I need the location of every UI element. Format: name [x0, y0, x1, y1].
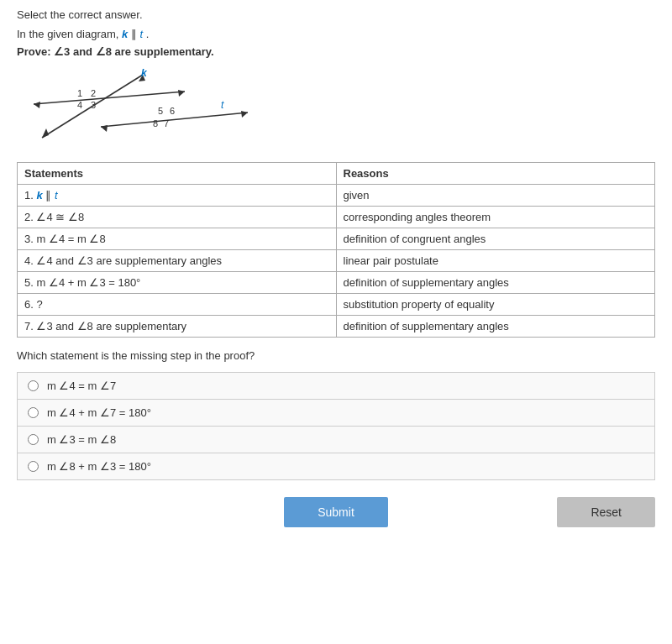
reason-2: corresponding angles theorem [336, 207, 655, 228]
svg-text:5: 5 [158, 106, 163, 116]
stmt-4: 4. ∠4 and ∠3 are supplementary angles [18, 250, 337, 272]
statements-header: Statements [18, 163, 337, 185]
stmt-3: 3. m ∠4 = m ∠8 [18, 228, 337, 250]
svg-marker-4 [34, 102, 40, 108]
svg-text:k: k [141, 67, 148, 79]
reset-button[interactable]: Reset [557, 497, 655, 527]
answer-text-a: m ∠4 = m ∠7 [47, 380, 116, 392]
answer-option-a[interactable]: m ∠4 = m ∠7 [17, 372, 655, 399]
svg-text:3: 3 [91, 100, 96, 110]
proof-table: Statements Reasons 1. k ∥ t given 2. ∠4 … [17, 162, 655, 338]
reasons-header: Reasons [336, 163, 655, 185]
given-text-intro: In the given diagram, [17, 28, 122, 40]
radio-a[interactable] [28, 380, 39, 391]
table-row: 4. ∠4 and ∠3 are supplementary angles li… [18, 250, 655, 272]
stmt-2: 2. ∠4 ≅ ∠8 [18, 207, 337, 228]
svg-text:4: 4 [77, 100, 82, 110]
table-row: 3. m ∠4 = m ∠8 definition of congruent a… [18, 228, 655, 250]
svg-text:1: 1 [77, 88, 82, 98]
answer-option-c[interactable]: m ∠3 = m ∠8 [17, 426, 655, 453]
radio-d[interactable] [28, 461, 39, 472]
prove-statement: ∠3 and ∠8 are supplementary. [54, 45, 214, 58]
t-label: t [140, 28, 144, 40]
svg-text:7: 7 [164, 118, 169, 128]
table-row: 7. ∠3 and ∠8 are supplementary definitio… [18, 316, 655, 338]
diagram-svg: k t 1 2 3 4 5 6 7 8 [17, 66, 252, 150]
prove-line: Prove: ∠3 and ∠8 are supplementary. [17, 45, 655, 58]
answer-text-d: m ∠8 + m ∠3 = 180° [47, 460, 151, 473]
svg-text:2: 2 [91, 88, 96, 98]
reason-7: definition of supplementary angles [336, 316, 655, 338]
table-row: 1. k ∥ t given [18, 185, 655, 207]
reason-5: definition of supplementary angles [336, 272, 655, 294]
svg-text:6: 6 [170, 106, 175, 116]
prove-label: Prove: [17, 45, 54, 58]
answer-text-b: m ∠4 + m ∠7 = 180° [47, 406, 151, 419]
stmt-7: 7. ∠3 and ∠8 are supplementary [18, 316, 337, 338]
reason-3: definition of congruent angles [336, 228, 655, 250]
radio-c[interactable] [28, 434, 39, 445]
svg-marker-5 [178, 90, 185, 97]
svg-text:t: t [221, 99, 224, 111]
question-text: Which statement is the missing step in t… [17, 349, 655, 362]
parallel-symbol: ∥ [131, 28, 140, 40]
svg-text:8: 8 [153, 118, 158, 128]
table-row: 6. ? substitution property of equality [18, 294, 655, 316]
svg-marker-2 [42, 128, 49, 138]
table-row: 2. ∠4 ≅ ∠8 corresponding angles theorem [18, 207, 655, 228]
k-label: k [122, 28, 128, 40]
reason-1: given [336, 185, 655, 207]
given-line: In the given diagram, k ∥ t . [17, 28, 655, 40]
table-row: 5. m ∠4 + m ∠3 = 180° definition of supp… [18, 272, 655, 294]
stmt-1: 1. k ∥ t [18, 185, 337, 207]
svg-line-3 [34, 92, 185, 104]
stmt-5: 5. m ∠4 + m ∠3 = 180° [18, 272, 337, 294]
given-period: . [146, 28, 150, 40]
answer-options-container: m ∠4 = m ∠7 m ∠4 + m ∠7 = 180° m ∠3 = m … [17, 372, 655, 480]
diagram: k t 1 2 3 4 5 6 7 8 [17, 66, 252, 150]
reason-6: substitution property of equality [336, 294, 655, 316]
radio-b[interactable] [28, 407, 39, 418]
answer-option-d[interactable]: m ∠8 + m ∠3 = 180° [17, 453, 655, 480]
bottom-bar: Submit Reset [17, 497, 655, 527]
stmt-6: 6. ? [18, 294, 337, 316]
submit-button[interactable]: Submit [284, 497, 388, 527]
answer-text-c: m ∠3 = m ∠8 [47, 433, 116, 446]
instruction-text: Select the correct answer. [17, 8, 655, 21]
answer-option-b[interactable]: m ∠4 + m ∠7 = 180° [17, 399, 655, 426]
reason-4: linear pair postulate [336, 250, 655, 272]
svg-marker-8 [241, 111, 248, 118]
